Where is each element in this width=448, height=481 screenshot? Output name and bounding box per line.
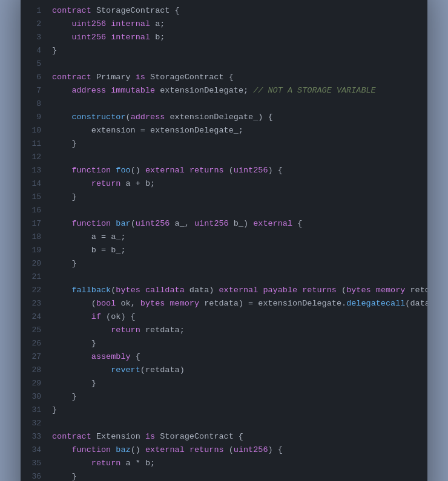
- line-number: 9: [21, 111, 41, 124]
- code-line: 22 fallback(bytes calldata data) externa…: [21, 284, 427, 297]
- code-line: 27 assembly {: [21, 350, 427, 364]
- line-number: 24: [21, 310, 41, 324]
- line-content: return retdata;: [52, 324, 185, 337]
- line-number: 26: [21, 337, 41, 350]
- line-number: 18: [21, 231, 41, 244]
- line-content: a = a_;: [52, 231, 126, 244]
- line-number: 2: [21, 18, 41, 31]
- code-line: 21: [21, 270, 427, 284]
- code-line: 12: [21, 151, 427, 164]
- code-line: 7 address immutable extensionDelegate; /…: [21, 84, 427, 97]
- line-content: }: [52, 137, 77, 151]
- code-editor[interactable]: 1contract StorageContract {2 uint256 int…: [21, 0, 427, 481]
- line-number: 20: [21, 257, 41, 270]
- line-number: 31: [21, 404, 41, 417]
- code-line: 19 b = b_;: [21, 244, 427, 257]
- line-content: b = b_;: [52, 244, 126, 257]
- line-number: 7: [21, 84, 41, 97]
- line-content: fallback(bytes calldata data) external p…: [52, 284, 427, 297]
- code-line: 24 if (ok) {: [21, 310, 427, 324]
- line-number: 35: [21, 457, 41, 470]
- line-content: extension = extensionDelegate_;: [52, 124, 243, 137]
- line-number: 15: [21, 191, 41, 204]
- line-number: 16: [21, 204, 41, 217]
- line-content: function foo() external returns (uint256…: [52, 164, 283, 177]
- line-number: 10: [21, 124, 41, 137]
- line-content: }: [52, 404, 57, 417]
- line-number: 13: [21, 164, 41, 177]
- line-content: function bar(uint256 a_, uint256 b_) ext…: [52, 217, 302, 231]
- code-line: 1contract StorageContract {: [21, 4, 427, 18]
- line-number: 28: [21, 364, 41, 377]
- line-number: 5: [21, 57, 41, 71]
- code-line: 9 constructor(address extensionDelegate_…: [21, 111, 427, 124]
- line-content: }: [52, 337, 96, 350]
- line-content: constructor(address extensionDelegate_) …: [52, 111, 273, 124]
- code-line: 8: [21, 97, 427, 111]
- code-line: 14 return a + b;: [21, 177, 427, 191]
- code-line: 32: [21, 417, 427, 430]
- code-line: 20 }: [21, 257, 427, 270]
- line-content: if (ok) {: [52, 310, 136, 324]
- code-line: 16: [21, 204, 427, 217]
- line-number: 30: [21, 390, 41, 404]
- line-content: }: [52, 390, 77, 404]
- line-number: 33: [21, 430, 41, 443]
- line-content: revert(retdata): [52, 364, 185, 377]
- line-number: 36: [21, 470, 41, 482]
- line-number: 14: [21, 177, 41, 191]
- line-number: 6: [21, 71, 41, 84]
- line-number: 23: [21, 297, 41, 310]
- line-number: 11: [21, 137, 41, 151]
- code-line: 4}: [21, 44, 427, 57]
- line-content: [52, 204, 57, 217]
- line-number: 25: [21, 324, 41, 337]
- line-number: 12: [21, 151, 41, 164]
- line-number: 27: [21, 350, 41, 364]
- code-window: 1contract StorageContract {2 uint256 int…: [21, 0, 427, 481]
- code-line: 34 function baz() external returns (uint…: [21, 443, 427, 457]
- code-line: 23 (bool ok, bytes memory retdata) = ext…: [21, 297, 427, 310]
- line-content: return a + b;: [52, 177, 155, 191]
- code-line: 28 revert(retdata): [21, 364, 427, 377]
- line-content: }: [52, 470, 77, 482]
- line-content: [52, 417, 57, 430]
- line-number: 19: [21, 244, 41, 257]
- line-content: (bool ok, bytes memory retdata) = extens…: [52, 297, 427, 310]
- line-number: 34: [21, 443, 41, 457]
- line-number: 32: [21, 417, 41, 430]
- line-number: 22: [21, 284, 41, 297]
- code-line: 18 a = a_;: [21, 231, 427, 244]
- line-number: 1: [21, 4, 41, 18]
- line-number: 29: [21, 377, 41, 390]
- code-line: 30 }: [21, 390, 427, 404]
- line-content: [52, 57, 57, 71]
- code-line: 10 extension = extensionDelegate_;: [21, 124, 427, 137]
- code-line: 2 uint256 internal a;: [21, 18, 427, 31]
- code-line: 29 }: [21, 377, 427, 390]
- line-content: contract Primary is StorageContract {: [52, 71, 234, 84]
- code-line: 3 uint256 internal b;: [21, 31, 427, 44]
- code-line: 26 }: [21, 337, 427, 350]
- line-number: 17: [21, 217, 41, 231]
- line-content: }: [52, 257, 77, 270]
- line-content: address immutable extensionDelegate; // …: [52, 84, 376, 97]
- code-line: 31}: [21, 404, 427, 417]
- code-line: 11 }: [21, 137, 427, 151]
- code-line: 36 }: [21, 470, 427, 482]
- code-line: 35 return a * b;: [21, 457, 427, 470]
- line-number: 21: [21, 270, 41, 284]
- code-line: 33contract Extension is StorageContract …: [21, 430, 427, 443]
- code-line: 13 function foo() external returns (uint…: [21, 164, 427, 177]
- line-content: function baz() external returns (uint256…: [52, 443, 283, 457]
- line-number: 8: [21, 97, 41, 111]
- code-line: 6contract Primary is StorageContract {: [21, 71, 427, 84]
- line-number: 4: [21, 44, 41, 57]
- line-content: [52, 270, 57, 284]
- code-line: 15 }: [21, 191, 427, 204]
- code-line: 17 function bar(uint256 a_, uint256 b_) …: [21, 217, 427, 231]
- line-content: return a * b;: [52, 457, 155, 470]
- line-content: contract StorageContract {: [52, 4, 180, 18]
- line-content: assembly {: [52, 350, 140, 364]
- line-content: [52, 97, 57, 111]
